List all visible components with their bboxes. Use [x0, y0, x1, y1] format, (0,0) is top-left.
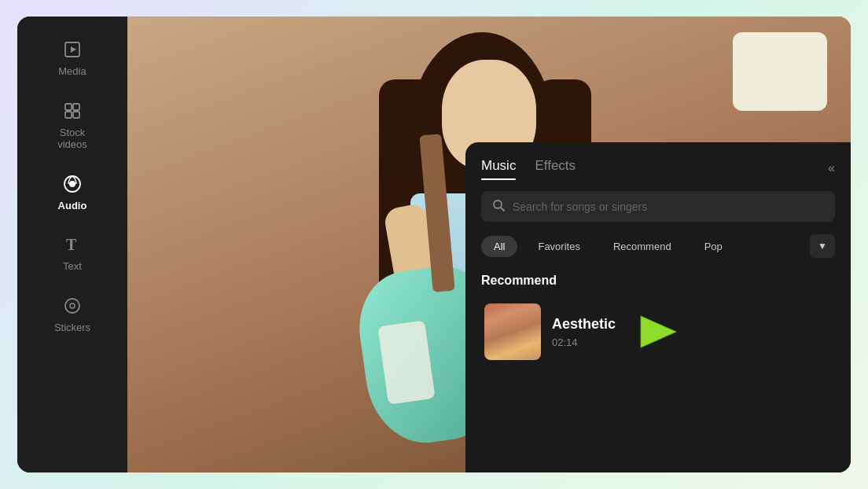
- svg-rect-4: [65, 112, 72, 118]
- sidebar-item-text[interactable]: T Text: [25, 224, 120, 282]
- stock-videos-icon: [61, 100, 83, 122]
- tab-music[interactable]: Music: [481, 158, 516, 178]
- filter-pop[interactable]: Pop: [692, 236, 735, 257]
- collapse-panel-button[interactable]: «: [828, 161, 835, 175]
- tabs-row: Music Effects «: [481, 158, 835, 178]
- search-input[interactable]: Search for songs or singers: [513, 200, 824, 213]
- sidebar-item-audio[interactable]: Audio: [25, 164, 120, 222]
- svg-marker-1: [71, 46, 76, 53]
- filter-recommend[interactable]: Recommend: [601, 236, 684, 257]
- svg-text:T: T: [66, 236, 77, 253]
- sidebar-item-audio-label: Audio: [58, 200, 87, 212]
- sidebar-item-text-label: Text: [63, 260, 82, 273]
- play-arrow-icon: [637, 312, 680, 351]
- search-bar[interactable]: Search for songs or singers: [481, 191, 835, 222]
- song-info: Aesthetic 02:14: [552, 316, 616, 348]
- audio-icon: [61, 173, 83, 195]
- media-icon: [61, 39, 83, 61]
- svg-line-12: [501, 208, 504, 211]
- filter-dropdown-button[interactable]: ▼: [810, 234, 835, 258]
- filters-row: All Favorites Recommend Pop ▼: [481, 234, 835, 258]
- recommend-section-title: Recommend: [481, 274, 835, 288]
- music-panel: Music Effects « Search for songs or sin: [465, 142, 851, 472]
- text-icon: T: [61, 233, 83, 256]
- song-name: Aesthetic: [552, 316, 616, 333]
- search-icon: [492, 199, 505, 214]
- filter-all[interactable]: All: [481, 236, 517, 257]
- thumbnail-image: [484, 303, 541, 360]
- sidebar-item-media-label: Media: [58, 65, 86, 78]
- chevron-down-icon: ▼: [818, 241, 827, 252]
- sidebar: Media Stock videos: [17, 17, 127, 472]
- svg-point-7: [69, 181, 75, 187]
- filter-favorites[interactable]: Favorites: [525, 236, 592, 257]
- svg-rect-2: [65, 104, 72, 110]
- decorative-light-corner: [733, 32, 827, 111]
- tab-effects[interactable]: Effects: [535, 158, 576, 178]
- song-item-aesthetic[interactable]: Aesthetic 02:14: [481, 300, 835, 363]
- stickers-icon: [61, 295, 83, 317]
- sidebar-item-media[interactable]: Media: [25, 29, 120, 87]
- song-thumbnail: [484, 303, 541, 360]
- svg-rect-3: [73, 104, 79, 110]
- svg-marker-13: [641, 316, 676, 347]
- svg-rect-5: [73, 112, 79, 118]
- sidebar-item-stickers[interactable]: Stickers: [25, 285, 120, 344]
- song-duration: 02:14: [552, 336, 616, 348]
- sidebar-item-stock-videos-label: Stock videos: [57, 127, 87, 151]
- svg-point-10: [70, 303, 75, 308]
- preview-area: Music Effects « Search for songs or sin: [127, 17, 851, 472]
- main-card: Media Stock videos: [17, 17, 851, 472]
- play-cursor: [634, 308, 682, 355]
- svg-point-9: [65, 299, 79, 313]
- sidebar-item-stock-videos[interactable]: Stock videos: [25, 90, 120, 160]
- sidebar-item-stickers-label: Stickers: [54, 322, 90, 334]
